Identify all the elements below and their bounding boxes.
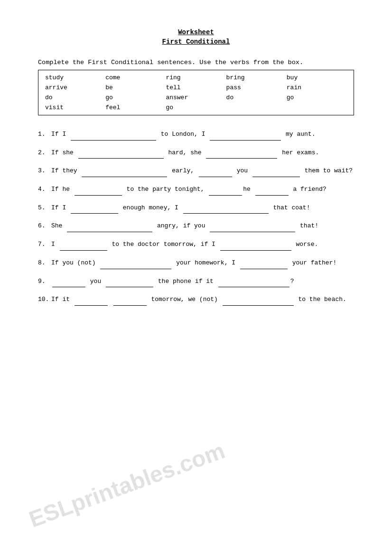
verb-box: study come ring bring buy arrive be tell… [38, 70, 354, 115]
blank-8a[interactable] [100, 263, 171, 269]
blank-2a[interactable] [78, 152, 164, 159]
verb-row-2: arrive be tell pass rain [45, 84, 347, 91]
sentence-item: 6. She angry, if you that! [38, 220, 354, 232]
verb-cell: study [45, 74, 105, 81]
blank-4b[interactable] [209, 189, 242, 196]
blank-6b[interactable] [210, 226, 295, 232]
sentence-item: 7. I to the doctor tomorrow, if I worse. [38, 239, 354, 251]
blank-1b[interactable] [210, 134, 281, 141]
verb-cell: do [226, 94, 287, 101]
blank-2b[interactable] [206, 152, 277, 159]
blank-9a[interactable] [52, 281, 85, 287]
verb-cell: go [105, 94, 166, 101]
verb-cell: visit [45, 104, 105, 111]
instruction-text: Complete the First Conditional sentences… [38, 59, 354, 66]
verb-cell: bring [226, 74, 287, 81]
blank-4c[interactable] [255, 189, 289, 196]
verb-cell: ring [166, 74, 226, 81]
blank-6a[interactable] [67, 226, 152, 232]
sentences-section: 1. If I to London, I my aunt. 2. If she … [38, 129, 354, 306]
verb-cell: rain [287, 84, 347, 91]
verb-row-1: study come ring bring buy [45, 74, 347, 81]
page-subtitle: First Conditional [38, 38, 354, 46]
page: Worksheet First Conditional Complete the… [38, 28, 354, 306]
verb-cell: answer [166, 94, 226, 101]
sentence-item: 8. If you (not) your homework, I your fa… [38, 257, 354, 269]
sentence-item: 9. you the phone if it ? [38, 276, 354, 288]
sentence-item: 5. If I enough money, I that coat! [38, 202, 354, 214]
verb-row-3: do go answer do go [45, 94, 347, 101]
verb-cell: come [105, 74, 166, 81]
blank-7a[interactable] [60, 244, 107, 251]
blank-1a[interactable] [71, 134, 156, 141]
verb-cell: feel [105, 104, 166, 111]
verb-cell: pass [226, 84, 287, 91]
verb-cell: be [105, 84, 166, 91]
sentence-item: 1. If I to London, I my aunt. [38, 129, 354, 141]
blank-10a[interactable] [75, 299, 108, 306]
verb-cell: do [45, 94, 105, 101]
blank-5b[interactable] [183, 207, 269, 214]
verb-cell [226, 104, 287, 111]
blank-3a[interactable] [82, 170, 167, 177]
verb-cell [287, 104, 347, 111]
verb-cell: buy [287, 74, 347, 81]
blank-4a[interactable] [75, 189, 122, 196]
blank-9b[interactable] [106, 281, 153, 287]
sentence-item: 4. If he to the party tonight, he a frie… [38, 184, 354, 196]
verb-row-4: visit feel go [45, 104, 347, 111]
blank-3b[interactable] [199, 170, 232, 177]
blank-9c[interactable] [218, 281, 289, 287]
blank-10c[interactable] [223, 299, 294, 306]
sentence-item: 10. If it tomorrow, we (not) to the beac… [38, 294, 354, 306]
verb-cell: go [166, 104, 226, 111]
sentence-item: 3. If they early, you them to wait? [38, 165, 354, 177]
sentence-item: 2. If she hard, she her exams. [38, 147, 354, 159]
blank-5a[interactable] [71, 207, 118, 214]
verb-cell: tell [166, 84, 226, 91]
verb-cell: go [287, 94, 347, 101]
blank-8b[interactable] [240, 263, 288, 269]
blank-3c[interactable] [252, 170, 300, 177]
blank-10b[interactable] [113, 299, 147, 306]
verb-cell: arrive [45, 84, 105, 91]
blank-7b[interactable] [220, 244, 291, 251]
page-title: Worksheet [38, 28, 354, 36]
watermark: ESLprintables.com [26, 437, 228, 532]
